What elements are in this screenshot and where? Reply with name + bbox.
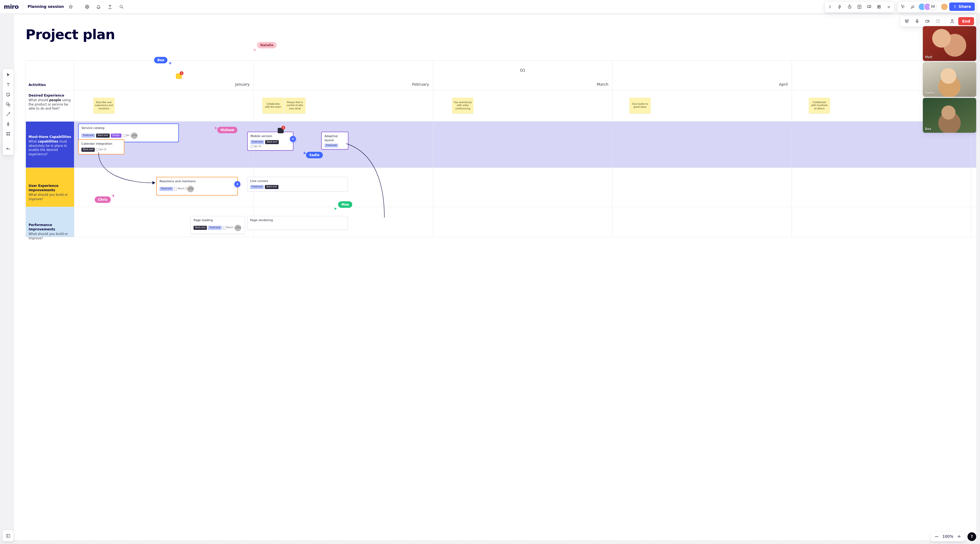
- sticky-note[interactable]: Collaborate with the team: [262, 98, 284, 113]
- gear-icon[interactable]: [83, 2, 91, 11]
- svg-point-9: [908, 20, 908, 21]
- help-button[interactable]: ?: [967, 532, 976, 541]
- undo-rail: [3, 143, 14, 155]
- list-icon[interactable]: [875, 2, 883, 11]
- topbar: miro Planning session 12: [0, 0, 980, 14]
- shape-tool[interactable]: [4, 101, 13, 108]
- plus-square-icon[interactable]: [855, 2, 864, 11]
- board-canvas[interactable]: Project plan Activities January February…: [14, 15, 976, 540]
- row-subtitle: What should you build or improve?: [29, 193, 71, 201]
- zoom-controls: − 100% + ?: [931, 532, 976, 541]
- card-page-loading[interactable]: Page loading Back-end Front-end March 3 …: [191, 216, 245, 234]
- panel-toggle[interactable]: [3, 530, 14, 541]
- card-adaptive-layout[interactable]: Adaptive layout Front-end: [321, 132, 348, 150]
- line-tool[interactable]: [4, 110, 13, 118]
- share-button[interactable]: Share: [949, 2, 975, 11]
- card-reactions-mentions[interactable]: Reactions and mentions Front-end March 2…: [156, 177, 238, 195]
- card-mobile-version[interactable]: Mobile version Front-end Back-end Apr 21…: [247, 132, 293, 151]
- svg-point-15: [8, 104, 10, 106]
- card-assignee: Jules: [130, 132, 138, 140]
- end-button[interactable]: End: [958, 17, 974, 25]
- col-activities-header: Activities: [26, 61, 74, 90]
- collab-cluster: 12 Share: [897, 1, 976, 13]
- presence-label: Bea: [154, 57, 167, 63]
- card-date: March 3: [223, 226, 235, 229]
- video-tile-bea[interactable]: Bea: [923, 98, 976, 133]
- search-icon[interactable]: [117, 2, 126, 11]
- cursor-tool-icon[interactable]: [899, 2, 907, 11]
- stopwatch-icon[interactable]: [845, 2, 854, 11]
- svg-rect-16: [6, 534, 10, 538]
- card-title: Calendar integration: [81, 142, 121, 146]
- upload-icon[interactable]: [106, 2, 115, 11]
- presence-label: Mae: [338, 201, 352, 208]
- card-live-cursors[interactable]: Live cursors Front-end Back-end: [247, 177, 348, 192]
- chevron-right-icon[interactable]: [826, 2, 834, 11]
- svg-point-8: [907, 22, 907, 22]
- mic-icon[interactable]: [913, 17, 921, 25]
- user-icon[interactable]: [948, 17, 956, 25]
- chip-frontend: Front-end: [250, 140, 264, 144]
- svg-point-0: [87, 6, 88, 7]
- card-calendar-integration[interactable]: Calendar integration Back-end Jan 13: [78, 139, 124, 154]
- card-date: Jan 13: [96, 148, 106, 151]
- zoom-in[interactable]: +: [956, 534, 961, 539]
- session-bar: End: [900, 16, 976, 27]
- video-tile-sadie[interactable]: Sadie: [923, 62, 976, 97]
- zoom-out[interactable]: −: [934, 534, 939, 539]
- sticky-tool[interactable]: [4, 91, 13, 98]
- presentation-icon[interactable]: [865, 2, 873, 11]
- bolt-icon[interactable]: [835, 2, 844, 11]
- plus-icon[interactable]: +: [290, 136, 296, 142]
- avatar-count[interactable]: 12: [929, 3, 937, 11]
- comment-icon[interactable]: 3: [278, 128, 284, 133]
- more-chevrons-icon[interactable]: [885, 2, 893, 11]
- chip-frontend: Front-end: [208, 226, 221, 230]
- card-title: Mobile version: [250, 134, 290, 138]
- comment-icon[interactable]: 1: [176, 73, 182, 79]
- row-subtitle: What should you build or improve?: [29, 232, 71, 241]
- sticky-note[interactable]: Describe user experience and emotions: [93, 98, 115, 113]
- chip-backend: Back-end: [96, 133, 110, 138]
- host-avatar[interactable]: [940, 3, 948, 11]
- zoom-value: 100%: [942, 534, 953, 539]
- sticky-note[interactable]: Use seamlessly with video conferencing: [452, 98, 473, 113]
- chip-frontend: Front-end: [325, 144, 338, 148]
- svg-rect-4: [867, 5, 871, 7]
- col-apr: April: [612, 61, 792, 90]
- svg-point-13: [951, 20, 953, 21]
- presence-label: Hisham: [217, 127, 237, 133]
- star-icon[interactable]: [67, 2, 75, 11]
- sliders-icon[interactable]: [902, 17, 911, 25]
- card-chips: Front-end Back-end Design Jan 7 Jules: [81, 132, 176, 140]
- board-name[interactable]: Planning session: [27, 4, 64, 9]
- select-tool[interactable]: [4, 71, 13, 79]
- frame-tool[interactable]: [4, 130, 13, 138]
- card-date: Apr 21: [250, 145, 261, 148]
- sticky-note[interactable]: Give kudos to great ideas: [629, 98, 651, 113]
- bell-icon[interactable]: [94, 2, 103, 11]
- divider: [23, 3, 23, 11]
- presence-cursor-hisham: Hisham: [214, 127, 237, 133]
- card-page-rendering[interactable]: Page rendering: [247, 216, 348, 230]
- card-title: Adaptive layout: [325, 134, 345, 143]
- plus-icon[interactable]: +: [234, 181, 240, 187]
- confetti-icon[interactable]: [908, 2, 917, 11]
- sticky-note[interactable]: Always feel in control of who sees what: [284, 98, 305, 113]
- row-subtitle: What capabilities must absolutely be in …: [29, 140, 71, 156]
- card-title: Live cursors: [250, 179, 345, 183]
- pen-tool[interactable]: [4, 120, 13, 128]
- video-icon[interactable]: [923, 17, 932, 25]
- svg-rect-10: [916, 19, 918, 22]
- presence-avatars[interactable]: 12: [918, 3, 937, 11]
- popout-icon[interactable]: [934, 17, 942, 25]
- text-tool[interactable]: [4, 81, 13, 89]
- video-tile-matt[interactable]: Matt: [923, 26, 976, 61]
- card-title: Service catalog: [81, 126, 176, 130]
- share-label: Share: [958, 4, 971, 9]
- sticky-note[interactable]: Collaborate with hundreds of others: [809, 98, 830, 113]
- undo-button[interactable]: [4, 145, 13, 154]
- chip-design: Design: [111, 133, 122, 138]
- notification-badge: 1: [180, 71, 183, 75]
- presence-cursor-bea: Bea: [154, 57, 171, 63]
